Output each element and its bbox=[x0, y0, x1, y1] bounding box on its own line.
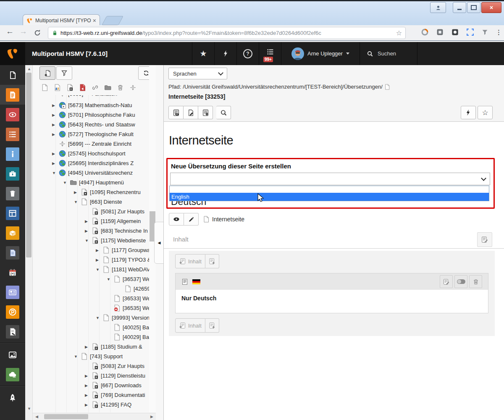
tree-row[interactable]: ▶ [683] Technische In bbox=[33, 226, 150, 236]
tree-row[interactable]: ▶ [5643] Rechts- und Staatsw bbox=[33, 120, 150, 129]
module-web-page[interactable] bbox=[0, 65, 25, 85]
tree-expand-arrow[interactable]: ▶ bbox=[85, 403, 92, 407]
tree-expand-arrow[interactable]: ▶ bbox=[52, 103, 59, 108]
tree-row[interactable]: ▶ [1185] Studium & bbox=[33, 342, 150, 352]
scrollbar-thumb[interactable] bbox=[26, 73, 32, 257]
content-element[interactable]: Nur Deutsch bbox=[175, 273, 488, 313]
drag-new-divider-icon[interactable] bbox=[129, 84, 136, 91]
tree-expand-arrow[interactable]: ▼ bbox=[74, 354, 81, 359]
extension-capture-icon[interactable] bbox=[466, 28, 474, 36]
tree-row[interactable]: ▶ [25695] Interdisziplinäres Z bbox=[33, 158, 150, 168]
bookmark-button[interactable]: ☆ bbox=[478, 106, 493, 119]
function-select[interactable]: Sprachen bbox=[168, 68, 227, 79]
extension-swirl-icon[interactable] bbox=[421, 28, 429, 36]
dropdown-option-empty[interactable] bbox=[170, 186, 489, 193]
tree-expand-arrow[interactable]: ▼ bbox=[96, 268, 102, 272]
module-view[interactable] bbox=[0, 105, 25, 124]
bookmark-star-icon[interactable]: ☆ bbox=[396, 29, 402, 37]
tree-expand-arrow[interactable]: ▼ bbox=[96, 316, 102, 320]
scroll-right-icon[interactable]: ▶ bbox=[150, 415, 153, 419]
tree-row[interactable]: [36533] WebD bbox=[33, 294, 150, 303]
module-template[interactable] bbox=[0, 203, 25, 223]
module-dispatch[interactable] bbox=[0, 223, 25, 243]
forward-button[interactable]: → bbox=[19, 27, 27, 36]
tree-expand-arrow[interactable]: ▶ bbox=[52, 123, 59, 127]
extension-cube-icon[interactable] bbox=[436, 28, 444, 36]
delete-element-button[interactable] bbox=[469, 275, 482, 288]
module-info[interactable] bbox=[0, 144, 25, 164]
opendocs-button[interactable]: 99+ bbox=[259, 42, 281, 65]
window-close-button[interactable]: × bbox=[481, 2, 501, 13]
drag-new-page-icon[interactable] bbox=[41, 84, 48, 91]
view-webpage-button[interactable] bbox=[168, 106, 184, 119]
module-install[interactable] bbox=[0, 388, 25, 407]
clear-cache-button[interactable] bbox=[461, 106, 476, 119]
add-content-button[interactable]: Inhalt bbox=[175, 254, 205, 268]
search-button[interactable]: Suchen bbox=[360, 42, 417, 65]
tree-collapse-handle[interactable]: ◀ bbox=[154, 222, 164, 264]
tree-row[interactable]: ▼ [4947] Hauptmenü bbox=[33, 178, 150, 187]
module-doc-tools[interactable] bbox=[0, 322, 25, 341]
clear-cache-button[interactable] bbox=[214, 42, 236, 65]
tab-close-icon[interactable]: × bbox=[93, 17, 96, 24]
tree-expand-arrow[interactable]: ▶ bbox=[85, 229, 92, 233]
tree-expand-arrow[interactable]: ▼ bbox=[52, 171, 59, 175]
tree-row[interactable]: ▼ [663] Dienste bbox=[33, 197, 150, 207]
browser-tab[interactable]: Multiportal HSMV [TYPO × bbox=[23, 14, 100, 26]
scroll-left-icon[interactable]: ◀ bbox=[35, 415, 38, 419]
tree-expand-arrow[interactable]: ▶ bbox=[85, 383, 92, 388]
drag-new-link-icon[interactable] bbox=[92, 84, 99, 91]
tree-row[interactable]: [42659] Pe bbox=[33, 284, 150, 294]
tree-row[interactable]: ▶ [5673] Mathematisch-Natu bbox=[33, 100, 150, 110]
extension-dark-icon[interactable] bbox=[451, 28, 459, 36]
tree-row[interactable]: ▼ [1175] Webdienste bbox=[33, 236, 150, 245]
window-minimize-button[interactable] bbox=[453, 2, 466, 13]
tree-expand-arrow[interactable]: ▼ bbox=[107, 277, 113, 281]
new-record-button[interactable] bbox=[198, 106, 213, 119]
module-recycler[interactable] bbox=[0, 184, 25, 203]
drag-new-page-users-icon[interactable] bbox=[54, 84, 61, 91]
tree-expand-arrow[interactable]: ▶ bbox=[96, 258, 102, 262]
view-button[interactable] bbox=[169, 213, 184, 226]
drag-new-trash-icon[interactable] bbox=[117, 84, 124, 91]
tree-expand-arrow[interactable]: ▶ bbox=[52, 132, 59, 136]
edit-column-button[interactable] bbox=[477, 232, 492, 247]
tree-row[interactable]: ▶ [5701] Philosophische Faku bbox=[33, 110, 150, 120]
tree-row[interactable]: ▶ [1179] TYPO3 & bbox=[33, 255, 150, 265]
translation-select[interactable] bbox=[170, 173, 490, 185]
tree-expand-arrow[interactable]: ▶ bbox=[85, 393, 92, 397]
tree-row[interactable]: ▶ [1129] Dienstleistu bbox=[33, 371, 150, 381]
tree-row[interactable]: ▼ [743] Support bbox=[33, 352, 150, 361]
tree-expand-arrow[interactable]: ▶ bbox=[85, 345, 92, 349]
browser-menu-icon[interactable]: ⋮ bbox=[496, 31, 499, 33]
tree-row[interactable]: ▶ [1159] Allgemein bbox=[33, 216, 150, 226]
paste-content-button[interactable] bbox=[205, 254, 219, 268]
module-page-layout[interactable] bbox=[0, 85, 25, 105]
scroll-down-icon[interactable]: ▼ bbox=[27, 407, 31, 411]
tree-row[interactable]: ▼ [1181] WebDAV bbox=[33, 265, 150, 274]
tree-row[interactable]: [5083] Zur Haupts bbox=[33, 361, 150, 371]
tree-row[interactable]: ▶ [1095] Rechenzentru bbox=[33, 187, 150, 197]
tree-expand-arrow[interactable]: ▼ bbox=[63, 181, 70, 185]
dropdown-option-english[interactable]: English bbox=[170, 193, 489, 201]
tree-expand-arrow[interactable]: ▶ bbox=[52, 161, 59, 165]
module-documents[interactable] bbox=[0, 243, 25, 262]
tree-row[interactable]: ▼ [36537] WebD bbox=[33, 274, 150, 284]
drag-new-folder-icon[interactable] bbox=[104, 84, 111, 91]
window-restore-button[interactable] bbox=[467, 2, 480, 13]
tree-row[interactable]: ▼ [4945] Universitätsrechenz bbox=[33, 168, 150, 178]
tree-row[interactable]: [40025] Basis bbox=[33, 323, 150, 332]
search-record-button[interactable] bbox=[216, 106, 231, 119]
module-news[interactable] bbox=[0, 282, 25, 302]
tree-row[interactable]: ▶ [25745] Hochschulsport bbox=[33, 149, 150, 158]
tree-row[interactable]: ▶ [41295] FAQ bbox=[33, 400, 150, 410]
address-bar[interactable]: https://t3-web.rz.uni-greifswald.de/typo… bbox=[48, 27, 406, 39]
module-functions[interactable] bbox=[0, 164, 25, 184]
module-calendar[interactable] bbox=[0, 262, 25, 282]
filter-button[interactable] bbox=[56, 66, 72, 80]
paste-content-button[interactable] bbox=[205, 318, 219, 333]
new-tab-button[interactable] bbox=[102, 16, 123, 25]
browser-profile-button[interactable] bbox=[430, 2, 446, 13]
module-powermail[interactable] bbox=[0, 302, 25, 322]
tree-expand-arrow[interactable]: ▶ bbox=[96, 248, 102, 252]
